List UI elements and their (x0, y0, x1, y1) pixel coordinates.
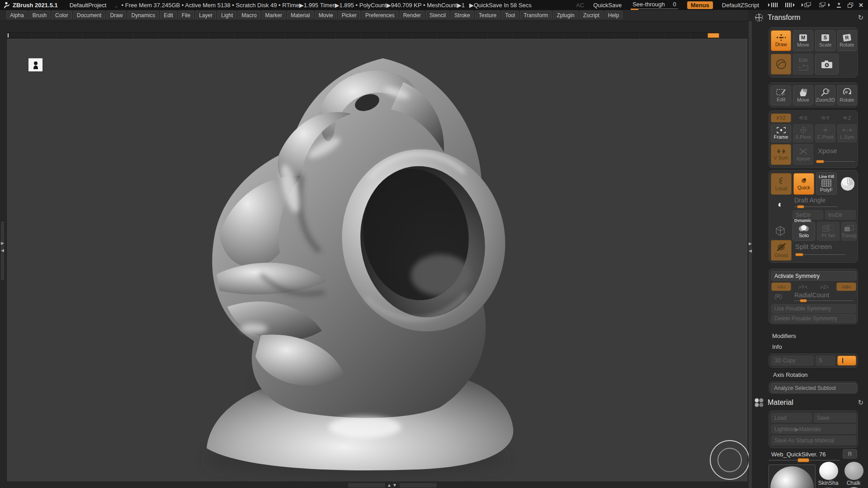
nav-edit-button[interactable]: Edit (771, 85, 791, 105)
minimize-button[interactable]: ▼ (837, 2, 841, 8)
left-edge-splitter[interactable]: ▶ ◀ (1, 221, 4, 280)
current-material-name[interactable]: Web_QuickSilver. 76 (771, 451, 826, 458)
draw-mode-button[interactable]: Draw (771, 30, 791, 51)
rotate-y-button[interactable]: ⟲Y (815, 113, 835, 122)
axis-rotation-section-label[interactable]: Axis Rotation (773, 371, 808, 378)
scroll-down-arrow-icon[interactable]: ▼ (392, 483, 398, 488)
active-value-input[interactable] (837, 356, 856, 366)
local-button[interactable]: Local (771, 173, 792, 195)
polyframe-button[interactable]: Line Fill PolyF (816, 172, 837, 195)
scrollbar-right-track[interactable] (400, 483, 437, 488)
divider-bars-left-icon[interactable] (768, 3, 778, 7)
use-posable-symmetry-button[interactable]: Use Posable Symmetry (771, 304, 856, 313)
material-save-button[interactable]: Save (814, 413, 856, 422)
scale-mode-button[interactable]: S Scale (815, 30, 835, 51)
menu-render[interactable]: Render (400, 11, 425, 20)
menu-light[interactable]: Light (217, 11, 236, 20)
transp-button[interactable]: Transp (841, 222, 857, 241)
current-tool-thumbnail[interactable] (28, 58, 42, 71)
menu-draw[interactable]: Draw (106, 11, 126, 20)
divider-left-arrow-icon[interactable]: ◀ (749, 249, 752, 253)
symmetry-m-button[interactable]: >M< (836, 282, 856, 291)
l-sym-button[interactable]: L.Sym (837, 124, 857, 142)
menu-picker[interactable]: Picker (338, 11, 360, 20)
invdir-button[interactable]: InvDir (825, 210, 856, 220)
edit-canvas-button[interactable]: Edit (793, 54, 813, 75)
splitter-right-arrow-icon[interactable]: ▶ (1, 241, 4, 245)
menu-movie[interactable]: Movie (315, 11, 337, 20)
rotate-z-button[interactable]: ⟲Z (837, 113, 857, 122)
scrollbar-left-track[interactable] (348, 483, 385, 488)
frame-button[interactable]: Frame (771, 124, 791, 142)
ghost-button[interactable]: Ghost (771, 240, 792, 261)
menu-stencil[interactable]: Stencil (426, 11, 449, 20)
material-reset-icon[interactable]: ↻ (858, 399, 863, 407)
radial-symmetry-button[interactable]: (R) (771, 292, 789, 300)
xyz-button[interactable]: XYZ (771, 113, 791, 122)
restore-button[interactable] (848, 4, 852, 8)
transform-reset-icon[interactable]: ↻ (858, 14, 863, 22)
navigation-gyro-ring[interactable] (710, 440, 750, 480)
backface-contrast-button[interactable]: ◐ (771, 197, 790, 212)
material-thumb-skinshade[interactable] (819, 462, 838, 480)
see-through-slider[interactable]: See-through 0 (631, 1, 678, 9)
material-thumb-chalk[interactable] (844, 462, 863, 480)
move-mode-button[interactable]: M Move (793, 30, 813, 51)
flat-shade-sphere-button[interactable] (839, 173, 857, 195)
menu-layer[interactable]: Layer (195, 11, 216, 20)
menu-zscript[interactable]: Zscript (580, 11, 603, 20)
rotate-x-button[interactable]: ⟲X (793, 113, 813, 122)
menu-edit[interactable]: Edit (160, 11, 177, 20)
material-slider-handle[interactable] (797, 458, 809, 462)
menu-file[interactable]: File (178, 11, 194, 20)
canvas-horizontal-scrollbar[interactable]: ▲▼ (348, 483, 439, 488)
menus-toggle-button[interactable]: Menus (687, 1, 713, 9)
sculpting-viewport[interactable] (7, 39, 747, 482)
splitter-left-arrow-icon[interactable]: ◀ (1, 249, 4, 252)
menu-macro[interactable]: Macro (238, 11, 260, 20)
analyze-selected-subtool-button[interactable]: Analyze Selected Subtool (771, 383, 857, 393)
menu-marker[interactable]: Marker (262, 11, 286, 20)
draft-angle-handle[interactable] (797, 205, 804, 208)
split-screen-handle[interactable] (795, 253, 803, 256)
dynamic-cube-button[interactable] (771, 223, 790, 239)
divider-bars-right-icon[interactable] (785, 3, 795, 7)
lightbox-materials-button[interactable]: Lightbox▶Materials (771, 424, 856, 434)
symmetry-y-button[interactable]: >Y< (793, 282, 813, 291)
scroll-up-arrow-icon[interactable]: ▲ (387, 483, 392, 488)
s-button[interactable]: S (816, 356, 835, 366)
nav-move-button[interactable]: Move (793, 85, 813, 105)
quicksave-button[interactable]: QuickSave (593, 2, 622, 9)
s-pivot-button[interactable]: S.Pivot (793, 124, 813, 142)
menu-brush[interactable]: Brush (29, 11, 50, 20)
menu-alpha[interactable]: Alpha (6, 11, 28, 20)
radial-count-handle[interactable] (800, 299, 807, 302)
pt-sel-button[interactable]: Pt Sel (817, 222, 840, 241)
menu-document[interactable]: Document (73, 11, 105, 20)
xpose-slider-handle[interactable] (816, 160, 824, 163)
menu-dynamics[interactable]: Dynamics (127, 11, 159, 20)
divider-right-arrow-icon[interactable]: ▶ (749, 242, 752, 245)
solo-button[interactable]: Solo (793, 222, 815, 241)
menu-preferences[interactable]: Preferences (362, 11, 398, 20)
menu-transform[interactable]: Transform (520, 11, 552, 20)
snapshot-camera-button[interactable] (815, 54, 839, 75)
material-r-button[interactable]: R (843, 449, 857, 459)
gyro-button[interactable] (771, 54, 791, 75)
close-button[interactable]: ✕ (859, 2, 863, 9)
save-as-startup-material-button[interactable]: Save As Startup Material (771, 436, 856, 445)
cascade-left-icon[interactable] (802, 2, 812, 8)
menu-tool[interactable]: Tool (501, 11, 519, 20)
material-load-button[interactable]: Load (771, 413, 812, 422)
symmetry-z-button[interactable]: >Z< (815, 282, 835, 291)
c-pivot-button[interactable]: C.Pivot (815, 124, 835, 142)
3d-copy-button[interactable]: 3D Copy (771, 356, 814, 366)
nav-rotate-button[interactable]: Rotate (837, 85, 857, 105)
symmetry-x-button[interactable]: >X< (771, 282, 791, 291)
default-zscript-button[interactable]: DefaultZScript (722, 2, 759, 9)
menu-help[interactable]: Help (604, 11, 623, 20)
modifiers-section-label[interactable]: Modifiers (772, 333, 796, 339)
v-sym-button[interactable]: V Sym (771, 144, 791, 165)
panel-divider-splitter[interactable]: ▶ ◀ (749, 21, 752, 488)
info-section-label[interactable]: Info (772, 343, 782, 350)
